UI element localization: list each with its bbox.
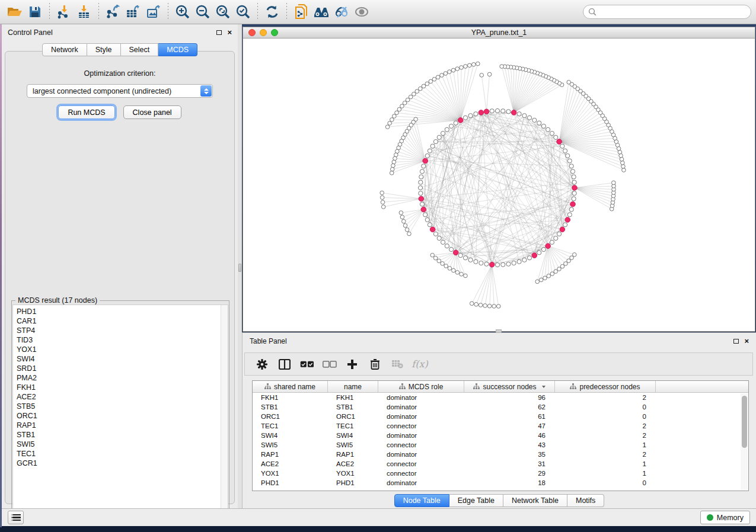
- deselect-all-rows-icon[interactable]: [318, 354, 341, 374]
- table-row[interactable]: SWI5SWI5connector431: [253, 440, 748, 450]
- node-table[interactable]: shared namenameMCDS rolesuccessor nodesp…: [252, 380, 749, 491]
- close-table-panel-icon[interactable]: ×: [744, 338, 749, 344]
- zoom-fit-icon[interactable]: [213, 2, 233, 21]
- tab-node-table[interactable]: Node Table: [394, 494, 449, 507]
- mcds-result-item[interactable]: ACE2: [17, 392, 228, 402]
- cell-successor-nodes: 46: [464, 432, 555, 439]
- mcds-result-item[interactable]: ORC1: [17, 411, 228, 421]
- mcds-result-item[interactable]: PHD1: [17, 307, 228, 316]
- mcds-result-list[interactable]: PHD1CAR1STP4TID3YOX1SWI4SRD1PMA2FKH1ACE2…: [12, 305, 228, 520]
- column-header-predecessor-nodes[interactable]: predecessor nodes: [555, 381, 656, 392]
- run-mcds-button[interactable]: Run MCDS: [58, 105, 114, 119]
- mcds-result-item[interactable]: SWI5: [17, 440, 228, 449]
- delete-column-icon[interactable]: [363, 354, 386, 374]
- share-network-icon[interactable]: [291, 2, 311, 21]
- table-row[interactable]: SWI4SWI4dominator462: [253, 431, 748, 440]
- mcds-result-item[interactable]: STB5: [17, 402, 228, 411]
- show-columns-icon[interactable]: [273, 354, 296, 374]
- add-column-icon[interactable]: [341, 354, 363, 374]
- table-row[interactable]: STB1STB1dominator620: [253, 402, 748, 412]
- optimization-criterion-select[interactable]: largest connected component (undirected): [27, 84, 213, 98]
- close-panel-icon[interactable]: ×: [227, 30, 232, 36]
- table-row[interactable]: RAP1RAP1dominator352: [253, 450, 748, 459]
- tab-motifs[interactable]: Motifs: [567, 494, 604, 507]
- table-row[interactable]: FKH1FKH1dominator962: [253, 393, 748, 402]
- tab-style[interactable]: Style: [87, 43, 121, 56]
- table-scrollbar-thumb[interactable]: [742, 396, 747, 448]
- cell-predecessor-nodes: 0: [555, 479, 656, 486]
- cell-MCDS-role: dominator: [378, 413, 464, 420]
- close-panel-button[interactable]: Close panel: [123, 105, 181, 119]
- column-header-shared-name[interactable]: shared name: [253, 381, 328, 392]
- export-image-icon[interactable]: [143, 2, 164, 21]
- tab-edge-table[interactable]: Edge Table: [449, 494, 503, 507]
- cell-shared-name: STB1: [253, 403, 328, 411]
- cell-MCDS-role: dominator: [378, 451, 464, 458]
- tab-network-table[interactable]: Network Table: [503, 494, 567, 507]
- tab-network[interactable]: Network: [42, 43, 87, 56]
- mcds-result-item[interactable]: TID3: [17, 335, 228, 345]
- mcds-result-item[interactable]: SWI4: [17, 354, 228, 364]
- table-row[interactable]: ACE2ACE2connector311: [253, 459, 748, 469]
- cell-successor-nodes: 35: [464, 451, 555, 458]
- table-row[interactable]: ORC1ORC1dominator610: [253, 412, 748, 421]
- tab-mcds[interactable]: MCDS: [158, 43, 197, 56]
- apply-layout-icon[interactable]: [262, 2, 282, 21]
- search-network-icon[interactable]: [311, 2, 331, 21]
- column-header-successor-nodes[interactable]: successor nodes: [464, 381, 555, 392]
- delete-table-icon-disabled: [386, 354, 409, 374]
- zoom-in-icon[interactable]: [173, 2, 193, 21]
- import-network-icon[interactable]: [54, 2, 74, 21]
- table-row[interactable]: PHD1PHD1dominator180: [253, 478, 748, 488]
- network-view[interactable]: [243, 39, 755, 331]
- tab-select[interactable]: Select: [121, 43, 159, 56]
- show-eye-icon[interactable]: [352, 2, 372, 21]
- hide-glasses-icon[interactable]: [331, 2, 352, 21]
- search-box[interactable]: [583, 5, 751, 19]
- open-file-icon[interactable]: [5, 2, 25, 21]
- memory-label: Memory: [717, 514, 744, 522]
- select-stepper-icon: [200, 85, 212, 97]
- horizontal-splitter-grip[interactable]: [496, 329, 502, 333]
- vertical-splitter[interactable]: [238, 24, 242, 508]
- mcds-result-item[interactable]: CAR1: [17, 316, 228, 326]
- float-table-panel-icon[interactable]: [733, 339, 739, 344]
- export-network-icon[interactable]: [103, 2, 123, 21]
- column-header-MCDS-role[interactable]: MCDS role: [378, 381, 464, 392]
- export-table-icon[interactable]: [123, 2, 143, 21]
- mcds-result-item[interactable]: STP4: [17, 326, 228, 335]
- table-scrollbar[interactable]: [741, 393, 748, 490]
- search-input[interactable]: [596, 8, 746, 16]
- table-row[interactable]: TEC1TEC1connector472: [253, 421, 748, 431]
- mcds-result-item[interactable]: SRD1: [17, 364, 228, 373]
- mcds-result-item[interactable]: RAP1: [17, 421, 228, 430]
- network-window-titlebar[interactable]: YPA_prune.txt_1: [243, 27, 755, 39]
- splitter-grip[interactable]: [238, 264, 241, 272]
- list-icon: [11, 514, 21, 521]
- table-row[interactable]: YOX1YOX1connector291: [253, 469, 748, 478]
- chevron-down-icon[interactable]: [542, 386, 546, 388]
- column-label: name: [344, 383, 362, 391]
- toolbar-separator: [257, 3, 258, 21]
- float-panel-icon[interactable]: [216, 30, 222, 35]
- save-icon[interactable]: [25, 2, 45, 21]
- task-history-button[interactable]: [8, 511, 24, 524]
- import-table-icon[interactable]: [74, 2, 94, 21]
- memory-button[interactable]: Memory: [700, 511, 750, 524]
- column-label: successor nodes: [483, 383, 536, 391]
- mcds-result-item[interactable]: TEC1: [17, 449, 228, 459]
- column-header-name[interactable]: name: [328, 381, 378, 392]
- select-all-rows-icon[interactable]: [296, 354, 318, 374]
- mcds-result-item[interactable]: FKH1: [17, 383, 228, 392]
- mcds-result-item[interactable]: GCR1: [17, 459, 228, 468]
- mcds-result-item[interactable]: YOX1: [17, 345, 228, 354]
- cell-MCDS-role: dominator: [378, 432, 464, 439]
- zoom-out-icon[interactable]: [193, 2, 213, 21]
- mcds-result-scrollbar[interactable]: [221, 305, 228, 519]
- mcds-result-item[interactable]: PMA2: [17, 373, 228, 383]
- mcds-result-item[interactable]: STB1: [17, 430, 228, 440]
- zoom-selected-icon[interactable]: [233, 2, 253, 21]
- mcds-result-title: MCDS result (17 nodes): [15, 296, 100, 305]
- cell-predecessor-nodes: 1: [555, 460, 656, 467]
- table-settings-gear-icon[interactable]: [251, 354, 273, 374]
